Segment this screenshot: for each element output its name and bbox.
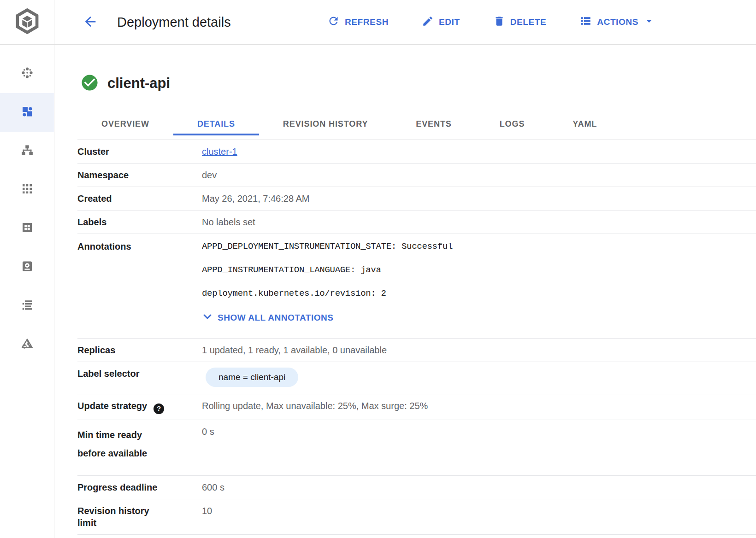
sidebar-item-clusters[interactable]: [0, 54, 54, 93]
edit-icon: [422, 15, 434, 29]
delete-button-label: DELETE: [510, 17, 547, 27]
sidebar-item-services-ingress[interactable]: [0, 132, 54, 170]
field-value: Rolling update, Max unavailable: 25%, Ma…: [202, 400, 428, 412]
configuration-icon: [20, 221, 34, 236]
tab-details[interactable]: DETAILS: [173, 112, 259, 135]
back-button[interactable]: [81, 13, 100, 31]
table-row-annotations: Annotations APPD_DEPLOYMENT_INSTRUMENTAT…: [77, 234, 756, 339]
page-title: Deployment details: [117, 15, 231, 30]
table-row-created: Created May 26, 2021, 7:46:28 AM: [77, 187, 756, 211]
header-actions: REFRESH EDIT DELETE: [327, 0, 655, 44]
gke-logo-icon: [13, 7, 41, 37]
refresh-icon: [327, 15, 340, 29]
annotation-line: deployment.kubernetes.io/revision: 2: [202, 287, 453, 299]
arrow-back-icon: [83, 14, 98, 31]
table-row-label-selector: Label selector name = client-api: [77, 362, 756, 394]
field-label: Replicas: [77, 344, 202, 356]
workloads-icon: [20, 105, 34, 120]
table-row-update-strategy: Update strategy? Rolling update, Max una…: [77, 394, 756, 420]
edit-button-label: EDIT: [439, 17, 460, 27]
page-header: Deployment details REFRESH EDIT: [54, 0, 756, 45]
field-label: Created: [77, 193, 202, 205]
annotation-line: APPD_DEPLOYMENT_INSTRUMENTATION_STATE: S…: [202, 240, 453, 252]
sidebar-item-migrate[interactable]: [0, 325, 54, 364]
field-value: May 26, 2021, 7:46:28 AM: [202, 193, 310, 205]
refresh-button[interactable]: REFRESH: [327, 15, 389, 29]
tab-logs[interactable]: LOGS: [476, 112, 549, 135]
applications-icon: [20, 182, 34, 198]
field-value: 1 updated, 1 ready, 1 available, 0 unava…: [202, 344, 387, 356]
actions-menu-button[interactable]: ACTIONS: [579, 15, 655, 29]
table-row-min-time-ready: Min time ready before available 0 s: [77, 420, 756, 476]
sidebar-item-configuration[interactable]: [0, 209, 54, 248]
field-value: 0 s: [202, 426, 214, 438]
chevron-down-caret-icon: [644, 16, 655, 29]
table-row-revision-history-limit: Revision history limit 10: [77, 499, 756, 535]
show-all-annotations-button[interactable]: SHOW ALL ANNOTATIONS: [202, 311, 333, 324]
sidebar-item-applications[interactable]: [0, 170, 54, 209]
table-row-labels: Labels No labels set: [77, 211, 756, 234]
field-label-text: Update strategy: [77, 401, 147, 411]
product-logo-cell: [0, 0, 54, 45]
field-value: 10: [202, 505, 212, 517]
actions-list-icon: [579, 15, 592, 29]
delete-icon: [493, 15, 505, 29]
table-row-namespace: Namespace dev: [77, 164, 756, 187]
gke-console: Deployment details REFRESH EDIT: [0, 0, 756, 538]
tab-yaml[interactable]: YAML: [549, 112, 621, 135]
details-table: Cluster cluster-1 Namespace dev Created …: [77, 140, 756, 535]
sidebar-item-workloads[interactable]: [0, 93, 54, 132]
clusters-icon: [20, 66, 34, 82]
tab-revision-history[interactable]: REVISION HISTORY: [259, 112, 392, 135]
actions-button-label: ACTIONS: [597, 17, 638, 27]
refresh-button-label: REFRESH: [345, 17, 389, 27]
storage-icon: [20, 259, 34, 275]
delete-button[interactable]: DELETE: [493, 15, 547, 29]
chevron-down-icon: [202, 311, 213, 324]
sidebar-item-object-browser[interactable]: [0, 287, 54, 325]
sidebar-item-storage[interactable]: [0, 248, 54, 287]
table-row-cluster: Cluster cluster-1: [77, 140, 756, 164]
field-label: Revision history limit: [77, 505, 202, 529]
field-label: Labels: [77, 216, 202, 228]
field-value: No labels set: [202, 216, 255, 228]
field-label: Progress deadline: [77, 481, 202, 493]
field-label: Min time ready before available: [77, 426, 202, 462]
table-row-replicas: Replicas 1 updated, 1 ready, 1 available…: [77, 339, 756, 362]
status-ok-check-circle-icon: [80, 73, 99, 94]
field-value: dev: [202, 169, 217, 181]
cluster-link[interactable]: cluster-1: [202, 146, 237, 157]
help-icon[interactable]: ?: [154, 404, 164, 414]
show-all-annotations-label: SHOW ALL ANNOTATIONS: [218, 313, 333, 323]
label-selector-chip: name = client-api: [206, 368, 298, 387]
field-label: Cluster: [77, 146, 202, 158]
migrate-icon: [20, 337, 34, 352]
table-row-progress-deadline: Progress deadline 600 s: [77, 476, 756, 499]
field-value: 600 s: [202, 481, 224, 493]
main-content: client-api OVERVIEW DETAILS REVISION HIS…: [54, 45, 756, 538]
field-label: Label selector: [77, 368, 202, 380]
field-label: Update strategy?: [77, 400, 202, 414]
tab-overview[interactable]: OVERVIEW: [77, 112, 173, 135]
field-label: Namespace: [77, 169, 202, 181]
object-browser-icon: [20, 298, 34, 314]
deployment-name: client-api: [107, 75, 170, 92]
edit-button[interactable]: EDIT: [422, 15, 460, 29]
field-label: Annotations: [77, 240, 202, 252]
left-nav: [0, 45, 54, 538]
services-ingress-icon: [20, 143, 34, 159]
tab-events[interactable]: EVENTS: [392, 112, 475, 135]
deployment-title-row: client-api: [80, 73, 756, 94]
annotation-line: APPD_INSTRUMENTATION_LANGUAGE: java: [202, 264, 453, 276]
tab-bar: OVERVIEW DETAILS REVISION HISTORY EVENTS…: [77, 112, 756, 135]
